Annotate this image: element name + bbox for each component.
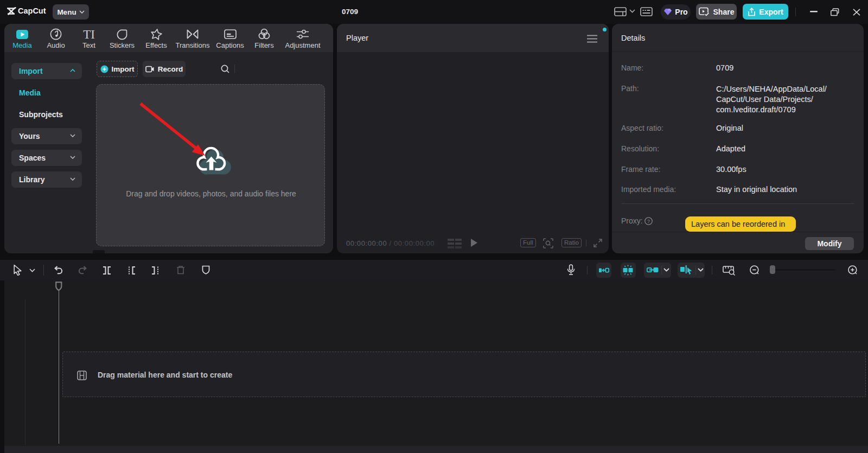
svg-text:?: ?	[647, 219, 650, 224]
svg-text:TI: TI	[83, 28, 95, 40]
